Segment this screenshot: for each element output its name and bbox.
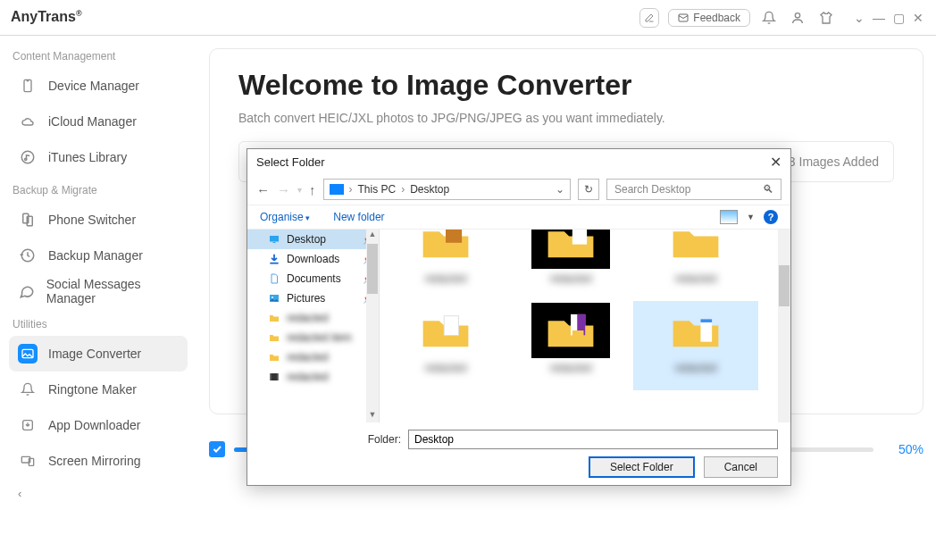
- search-input[interactable]: Search Desktop 🔍︎: [606, 179, 781, 200]
- dialog-title: Select Folder: [256, 155, 325, 169]
- documents-icon: [267, 272, 281, 286]
- phone-icon: [18, 76, 38, 96]
- images-added-count: 3 Images Added: [789, 155, 879, 169]
- nav-recent-icon[interactable]: ▾: [297, 185, 302, 195]
- sidebar-item-label: iCloud Manager: [48, 114, 137, 129]
- svg-rect-20: [572, 230, 587, 245]
- message-icon: [18, 281, 36, 301]
- folder-tile[interactable]: redacted: [508, 301, 633, 390]
- page-subtitle: Batch convert HEIC/JXL photos to JPG/PNG…: [238, 111, 894, 125]
- sidebar-item-itunes-library[interactable]: iTunes Library: [9, 139, 188, 175]
- folder-tile-selected[interactable]: redacted: [633, 301, 758, 390]
- folder-tile[interactable]: redacted: [383, 301, 508, 390]
- nav-forward-icon[interactable]: →: [277, 182, 290, 197]
- help-icon[interactable]: ?: [764, 210, 778, 224]
- tree-item-label: Downloads: [287, 253, 339, 265]
- select-all-checkbox[interactable]: [209, 441, 225, 457]
- sidebar-item-label: Ringtone Maker: [48, 382, 137, 397]
- download-icon: [18, 415, 38, 435]
- svg-rect-17: [270, 373, 272, 380]
- chevron-down-icon[interactable]: ⌄: [852, 11, 866, 25]
- svg-rect-2: [24, 79, 31, 91]
- tree-item-documents[interactable]: Documents 📌: [247, 269, 379, 288]
- select-folder-button[interactable]: Select Folder: [589, 456, 695, 478]
- sidebar-item-backup-manager[interactable]: Backup Manager: [9, 238, 188, 273]
- user-icon[interactable]: [788, 8, 807, 28]
- edit-icon[interactable]: [639, 8, 659, 28]
- cancel-button[interactable]: Cancel: [704, 456, 778, 478]
- sidebar-item-phone-switcher[interactable]: Phone Switcher: [9, 202, 188, 238]
- view-mode-button[interactable]: [720, 210, 738, 224]
- sidebar-item-screen-mirroring[interactable]: Screen Mirroring: [9, 443, 188, 479]
- tree-item-label: redacted: [287, 312, 329, 324]
- refresh-button[interactable]: ↻: [578, 179, 599, 200]
- sidebar-item-device-manager[interactable]: Device Manager: [9, 68, 188, 104]
- crumb-this-pc[interactable]: This PC: [358, 183, 397, 196]
- crumb-sep: ›: [401, 183, 405, 196]
- svg-rect-18: [278, 373, 280, 380]
- sidebar-item-label: Social Messages Manager: [46, 277, 179, 305]
- tree-scrollbar[interactable]: ▲▼: [366, 230, 379, 422]
- shirt-icon[interactable]: [816, 8, 836, 28]
- bell-icon[interactable]: [759, 8, 779, 28]
- svg-rect-12: [270, 236, 279, 242]
- tree-item-folder[interactable]: redacted: [247, 347, 379, 367]
- bell-outline-icon: [18, 380, 38, 399]
- tree-item-folder[interactable]: redacted: [247, 308, 379, 328]
- downloads-icon: [267, 252, 281, 266]
- nav-up-icon[interactable]: ↑: [309, 182, 316, 197]
- folders-scrollbar[interactable]: [778, 230, 790, 422]
- cloud-icon: [18, 112, 38, 131]
- sidebar-item-image-converter[interactable]: Image Converter: [9, 336, 188, 372]
- sidebar-item-label: Phone Switcher: [48, 213, 136, 227]
- maximize-icon[interactable]: ▢: [891, 11, 906, 25]
- search-icon: 🔍︎: [763, 183, 773, 196]
- dialog-toolbar: Organise New folder ▼ ?: [247, 205, 790, 230]
- app-titlebar: AnyTrans® Feedback ⌄ ― ▢ ✕: [0, 0, 936, 36]
- feedback-label: Feedback: [693, 12, 740, 24]
- tree-item-desktop[interactable]: Desktop 📌: [247, 230, 379, 249]
- tree-item-label: redacted: [287, 371, 329, 383]
- folder-tile[interactable]: redacted: [383, 230, 508, 301]
- minimize-icon[interactable]: ―: [872, 11, 886, 25]
- tree-item-downloads[interactable]: Downloads 📌: [247, 249, 379, 269]
- folder-icon: [267, 350, 281, 364]
- nav-back-icon[interactable]: ←: [256, 182, 270, 197]
- folder-tree: Desktop 📌 Downloads 📌 Documents 📌 Pictur…: [247, 230, 380, 422]
- crumb-desktop[interactable]: Desktop: [410, 183, 449, 196]
- dialog-nav: ← → ▾ ↑ › This PC › Desktop ⌄ ↻ Search D…: [247, 174, 790, 205]
- folder-name-input[interactable]: [408, 430, 778, 449]
- window-controls: ⌄ ― ▢ ✕: [852, 11, 925, 25]
- desktop-icon: [267, 232, 281, 247]
- folder-tile[interactable]: redacted: [508, 230, 633, 301]
- group-utilities: Utilities: [13, 318, 184, 330]
- sidebar-collapse[interactable]: ‹: [9, 479, 188, 507]
- tree-item-label: Pictures: [287, 292, 325, 305]
- page-title: Welcome to Image Converter: [238, 69, 894, 102]
- sidebar-item-app-downloader[interactable]: App Downloader: [9, 407, 188, 443]
- sidebar-item-ringtone-maker[interactable]: Ringtone Maker: [9, 372, 188, 407]
- folder-field-label: Folder:: [260, 433, 401, 446]
- sidebar-item-social-messages[interactable]: Social Messages Manager: [9, 273, 188, 309]
- svg-point-4: [21, 151, 34, 163]
- dialog-close-icon[interactable]: ✕: [770, 154, 781, 171]
- mirror-icon: [18, 451, 38, 471]
- image-icon: [18, 344, 38, 364]
- app-logo: AnyTrans®: [11, 9, 82, 25]
- sidebar-item-icloud-manager[interactable]: iCloud Manager: [9, 104, 188, 139]
- new-folder-button[interactable]: New folder: [333, 211, 384, 223]
- close-icon[interactable]: ✕: [911, 11, 925, 25]
- feedback-button[interactable]: Feedback: [668, 9, 750, 27]
- tree-item-pictures[interactable]: Pictures 📌: [247, 288, 379, 308]
- address-dropdown-icon[interactable]: ⌄: [556, 183, 564, 196]
- tree-item-folder[interactable]: redacted item: [247, 328, 379, 347]
- history-icon: [18, 246, 38, 265]
- view-mode-dropdown-icon[interactable]: ▼: [747, 213, 755, 221]
- organise-menu[interactable]: Organise: [260, 211, 310, 223]
- address-bar[interactable]: › This PC › Desktop ⌄: [323, 179, 572, 200]
- folder-tile[interactable]: redacted: [633, 230, 758, 301]
- tree-item-video[interactable]: redacted: [247, 367, 379, 387]
- svg-point-15: [272, 297, 273, 298]
- pictures-icon: [267, 291, 281, 305]
- progress-percent: 50%: [882, 442, 923, 456]
